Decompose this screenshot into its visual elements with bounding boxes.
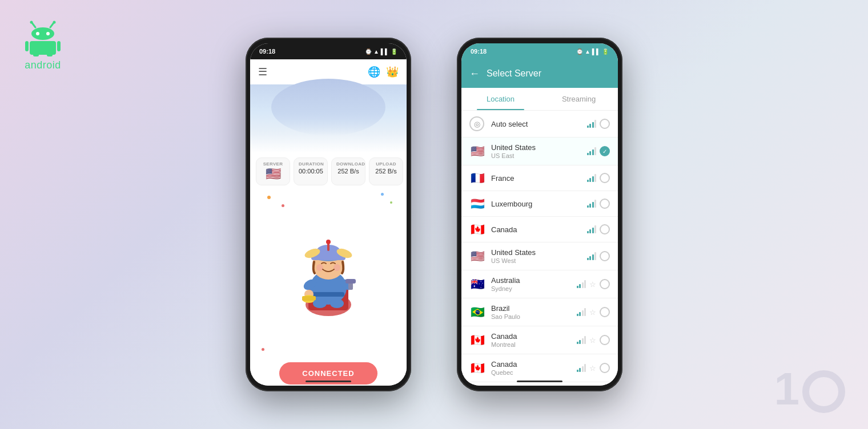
- server-signal-8: ☆: [577, 335, 610, 345]
- radio-2[interactable]: [600, 173, 610, 183]
- server-item-6[interactable]: 🇦🇺AustraliaSydney☆: [461, 270, 618, 298]
- star-icon-8[interactable]: ☆: [589, 336, 596, 345]
- server-signal-0: [587, 119, 610, 129]
- server-signal-4: [587, 224, 610, 234]
- phone1-time: 09:18: [259, 48, 275, 55]
- radio-8[interactable]: [600, 335, 610, 345]
- server-item-4[interactable]: 🇨🇦Canada: [461, 217, 618, 242]
- server-signal-5: [587, 251, 610, 261]
- server-item-8[interactable]: 🇨🇦CanadaMontreal☆: [461, 326, 618, 354]
- radio-7[interactable]: [600, 307, 610, 317]
- server-screen-title: Select Server: [487, 68, 541, 79]
- server-name-1: United States: [491, 143, 581, 152]
- signal-bar-7-2: [582, 310, 584, 316]
- signal-bars-9: [577, 364, 586, 372]
- signal-bar-4-0: [587, 231, 589, 233]
- phone1-status-bar: 09:18 ⌚ ▲ ▌▌ 🔋: [250, 43, 407, 59]
- server-item-1[interactable]: 🇺🇸United StatesUS East✓: [461, 137, 618, 165]
- signal-bar-5-0: [587, 258, 589, 260]
- stat-upload: UPLOAD 252 B/s: [369, 157, 403, 185]
- server-info-8: CanadaMontreal: [491, 332, 571, 348]
- crown-icon[interactable]: 👑: [386, 66, 399, 78]
- stat-duration-value: 00:00:05: [299, 168, 323, 175]
- signal-bars-1: [587, 147, 597, 155]
- svg-rect-10: [33, 54, 39, 56]
- signal-bars-2: [587, 174, 597, 182]
- phone2-home-indicator: [517, 381, 562, 382]
- mascot-svg: [283, 230, 374, 322]
- signal-bar-2-0: [587, 180, 589, 182]
- signal-bar-0-2: [592, 122, 594, 128]
- signal-bar-1-2: [592, 149, 594, 155]
- signal-bars-5: [587, 252, 597, 260]
- server-item-0[interactable]: ◎Auto select: [461, 111, 618, 137]
- svg-rect-8: [25, 41, 29, 51]
- server-item-5[interactable]: 🇺🇸United StatesUS West: [461, 242, 618, 270]
- signal-bar-2-2: [592, 176, 594, 182]
- radio-1[interactable]: ✓: [600, 146, 610, 156]
- android-version-circle: [802, 370, 845, 413]
- server-info-1: United StatesUS East: [491, 143, 581, 159]
- signal-bar-3-2: [592, 202, 594, 208]
- signal-bar-9-1: [579, 368, 581, 372]
- svg-line-2: [50, 23, 54, 27]
- hamburger-icon[interactable]: ☰: [258, 66, 267, 78]
- radio-3[interactable]: [600, 199, 610, 209]
- signal-bar-9-3: [584, 364, 586, 372]
- server-signal-3: [587, 199, 610, 209]
- server-info-9: CanadaQuebec: [491, 360, 571, 376]
- back-button[interactable]: ←: [469, 68, 480, 80]
- signal-bar-4-3: [594, 225, 596, 233]
- server-name-6: Australia: [491, 276, 571, 285]
- stat-download-value: 252 B/s: [336, 168, 360, 175]
- svg-point-3: [53, 21, 56, 24]
- radio-5[interactable]: [600, 251, 610, 261]
- svg-rect-9: [57, 41, 61, 51]
- phone1-status-icons: ⌚ ▲ ▌▌ 🔋: [365, 48, 397, 55]
- stat-server: SERVER 🇺🇸: [256, 157, 290, 185]
- server-item-9[interactable]: 🇨🇦CanadaQuebec☆: [461, 354, 618, 382]
- signal-bar-6-1: [579, 284, 581, 288]
- svg-rect-28: [327, 243, 329, 251]
- globe-icon[interactable]: 🌐: [368, 66, 380, 78]
- server-item-7[interactable]: 🇧🇷BrazilSao Paulo☆: [461, 298, 618, 326]
- signal-bar-1-1: [589, 151, 591, 155]
- tab-streaming[interactable]: Streaming: [540, 88, 618, 110]
- server-name-0: Auto select: [491, 120, 581, 128]
- stat-download: DOWNLOAD 252 B/s: [331, 157, 365, 185]
- star-icon-9[interactable]: ☆: [589, 364, 596, 373]
- server-signal-2: [587, 173, 610, 183]
- signal-bar-3-0: [587, 205, 589, 208]
- server-item-3[interactable]: 🇱🇺Luxembourg: [461, 191, 618, 217]
- server-list: ◎Auto select🇺🇸United StatesUS East✓🇫🇷Fra…: [461, 111, 618, 386]
- radio-0[interactable]: [600, 119, 610, 129]
- tab-location[interactable]: Location: [461, 88, 540, 110]
- server-item-2[interactable]: 🇫🇷France: [461, 165, 618, 191]
- server-flag-8: 🇨🇦: [469, 333, 485, 347]
- server-tabs: Location Streaming: [461, 88, 618, 111]
- server-info-2: France: [491, 174, 581, 183]
- signal-bar-7-3: [584, 308, 586, 316]
- signal-bar-6-3: [584, 280, 586, 288]
- star-icon-6[interactable]: ☆: [589, 280, 596, 289]
- phone2-status-bar: 09:18 ⌚ ▲ ▌▌ 🔋: [461, 43, 618, 59]
- server-flag-4: 🇨🇦: [469, 222, 485, 236]
- signal-bars-4: [587, 225, 597, 233]
- star-icon-7[interactable]: ☆: [589, 308, 596, 317]
- signal-bars-8: [577, 336, 586, 344]
- android-logo: android: [23, 17, 63, 71]
- phone2-signal-icon: ▌▌: [592, 48, 600, 55]
- signal-bar-5-1: [589, 256, 591, 260]
- android-version-number: 1: [774, 366, 800, 412]
- svg-point-5: [36, 32, 39, 35]
- server-sub-6: Sydney: [491, 285, 571, 292]
- radio-9[interactable]: [600, 363, 610, 373]
- signal-bar-1-0: [587, 153, 589, 155]
- server-flag-7: 🇧🇷: [469, 305, 485, 319]
- signal-bar-6-2: [582, 282, 584, 288]
- radio-6[interactable]: [600, 279, 610, 289]
- signal-bar-5-2: [592, 254, 594, 260]
- stat-upload-label: UPLOAD: [374, 161, 398, 167]
- radio-4[interactable]: [600, 224, 610, 234]
- svg-point-34: [313, 299, 327, 308]
